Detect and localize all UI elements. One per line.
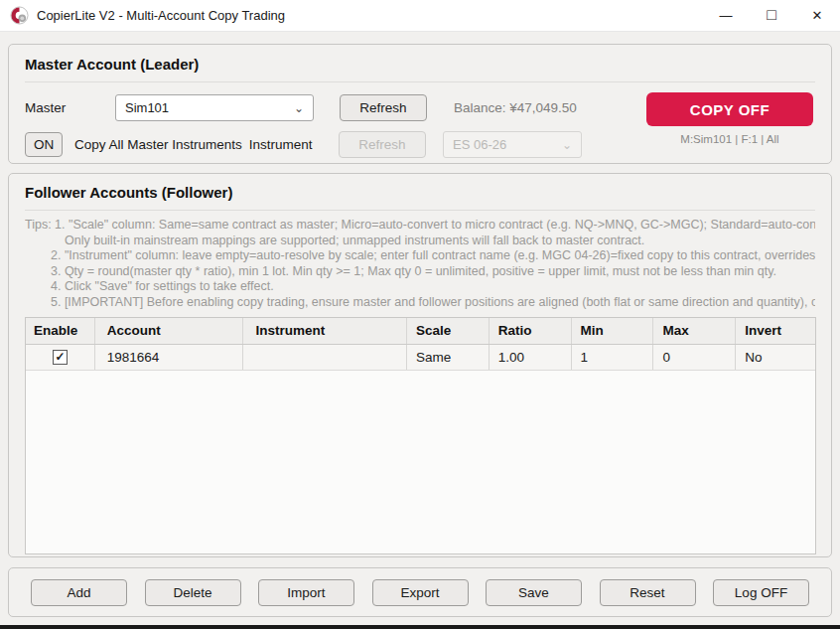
minimize-button[interactable]: — bbox=[703, 0, 749, 32]
header-invert: Invert bbox=[736, 318, 815, 344]
master-account-value: Sim101 bbox=[125, 100, 169, 115]
follower-table: Enable Account Instrument Scale Ratio Mi… bbox=[25, 317, 816, 554]
add-button[interactable]: Add bbox=[31, 579, 127, 606]
footer-button-bar: Add Delete Import Export Save Reset Log … bbox=[8, 567, 832, 617]
app-icon bbox=[10, 6, 29, 25]
check-icon: ✓ bbox=[55, 351, 65, 363]
logoff-button[interactable]: Log OFF bbox=[713, 579, 809, 606]
cell-ratio[interactable]: 1.00 bbox=[490, 345, 572, 370]
enable-checkbox[interactable]: ✓ bbox=[53, 350, 68, 365]
header-max: Max bbox=[653, 318, 736, 344]
copy-toggle-button[interactable]: COPY OFF bbox=[646, 92, 813, 126]
titlebar: CopierLite V2 - Multi-Account Copy Tradi… bbox=[0, 0, 840, 32]
chevron-down-icon: ⌄ bbox=[562, 141, 572, 149]
master-section-title: Master Account (Leader) bbox=[25, 56, 815, 82]
reset-button[interactable]: Reset bbox=[600, 579, 696, 606]
export-button[interactable]: Export bbox=[372, 579, 469, 606]
instrument-label: Instrument bbox=[249, 137, 313, 152]
tip-line: 3. Qty = round(master qty * ratio), min … bbox=[25, 264, 815, 280]
master-refresh-button[interactable]: Refresh bbox=[340, 94, 427, 121]
tip-line: Only built-in mainstream mappings are su… bbox=[25, 234, 815, 249]
delete-button[interactable]: Delete bbox=[145, 579, 241, 606]
copy-all-label: Copy All Master Instruments bbox=[74, 137, 242, 152]
tip-line: 4. Click "Save" for settings to take eff… bbox=[25, 279, 815, 295]
table-row[interactable]: ✓ 1981664 Same 1.00 1 0 No bbox=[26, 345, 815, 371]
copy-status-text: M:Sim101 | F:1 | All bbox=[646, 133, 813, 145]
window-bottom-edge bbox=[0, 625, 840, 629]
header-ratio: Ratio bbox=[490, 318, 572, 344]
master-label: Master bbox=[25, 100, 115, 115]
header-min: Min bbox=[572, 318, 654, 344]
table-header-row: Enable Account Instrument Scale Ratio Mi… bbox=[26, 318, 815, 345]
header-enable: Enable bbox=[26, 318, 95, 344]
cell-min[interactable]: 1 bbox=[572, 345, 654, 370]
master-account-select[interactable]: Sim101 ⌄ bbox=[115, 94, 314, 121]
maximize-button[interactable]: □ bbox=[749, 0, 794, 32]
cell-instrument[interactable] bbox=[243, 345, 407, 370]
tips-block: Tips: 1. "Scale" column: Same=same contr… bbox=[25, 218, 815, 311]
copy-all-on-toggle[interactable]: ON bbox=[25, 132, 63, 157]
tip-line: Tips: 1. "Scale" column: Same=same contr… bbox=[25, 218, 815, 234]
instrument-select[interactable]: ES 06-26 ⌄ bbox=[443, 131, 582, 158]
follower-accounts-section: Follower Accounts (Follower) Tips: 1. "S… bbox=[8, 173, 832, 557]
tip-line: 5. [IMPORTANT] Before enabling copy trad… bbox=[25, 295, 815, 311]
instrument-value: ES 06-26 bbox=[453, 137, 506, 152]
save-button[interactable]: Save bbox=[486, 579, 582, 606]
header-scale: Scale bbox=[407, 318, 490, 344]
window-title: CopierLite V2 - Multi-Account Copy Tradi… bbox=[37, 8, 285, 23]
cell-max[interactable]: 0 bbox=[653, 345, 736, 370]
tip-line: 2. "Instrument" column: leave empty=auto… bbox=[25, 248, 815, 264]
chevron-down-icon: ⌄ bbox=[294, 104, 304, 112]
close-button[interactable]: ✕ bbox=[794, 0, 840, 32]
cell-invert[interactable]: No bbox=[736, 345, 815, 370]
instrument-refresh-button[interactable]: Refresh bbox=[339, 131, 426, 158]
balance-text: Balance: ¥47,049.50 bbox=[454, 100, 577, 115]
cell-scale[interactable]: Same bbox=[407, 345, 490, 370]
header-account: Account bbox=[95, 318, 244, 344]
header-instrument: Instrument bbox=[243, 318, 407, 344]
window-controls: — □ ✕ bbox=[703, 0, 840, 32]
cell-account[interactable]: 1981664 bbox=[95, 345, 244, 370]
import-button[interactable]: Import bbox=[258, 579, 354, 606]
follower-section-title: Follower Accounts (Follower) bbox=[25, 184, 815, 211]
master-account-section: Master Account (Leader) Master Sim101 ⌄ … bbox=[8, 44, 832, 164]
